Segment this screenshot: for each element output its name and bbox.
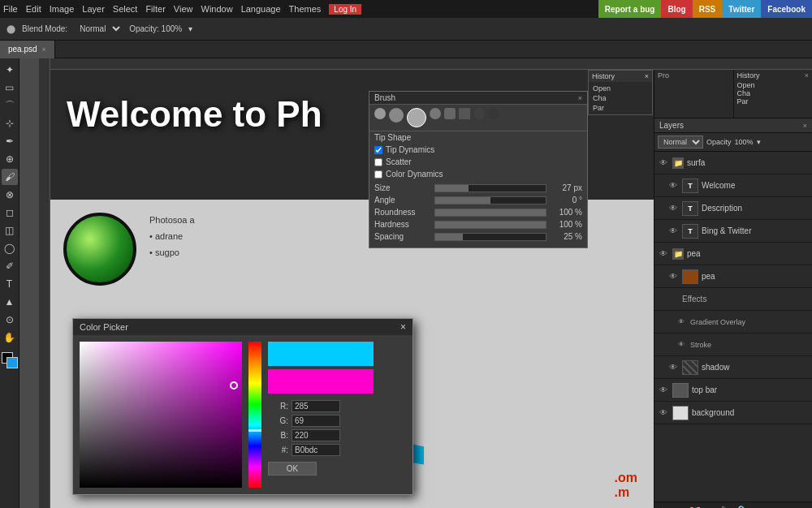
brush-color-dynamics-item[interactable]: Color Dynamics [369,168,587,180]
color-picker-ok-button[interactable]: OK [268,462,317,476]
color-dynamics-checkbox[interactable] [374,170,382,179]
blog-button[interactable]: Blog [661,0,692,18]
brush-tip-7[interactable] [473,108,485,119]
layer-eye-background[interactable]: 👁 [658,407,669,419]
eraser-tool[interactable]: ◻ [2,204,18,221]
brush-tip-5[interactable] [444,108,456,119]
g-input[interactable] [292,415,340,427]
menu-file[interactable]: File [3,4,18,14]
brush-tip-2[interactable] [389,108,404,123]
add-style-button[interactable]: ✦ [658,505,667,509]
crop-tool[interactable]: ⊹ [2,115,18,131]
pen-tool[interactable]: ✐ [2,258,18,274]
color-picker-close[interactable]: × [400,321,406,333]
shape-tool[interactable]: ▲ [2,294,18,310]
menu-edit[interactable]: Edit [26,4,41,14]
login-button[interactable]: Log In [329,4,361,15]
menu-language[interactable]: Language [241,4,281,14]
layer-eye-welcome[interactable]: 👁 [667,180,679,192]
layer-eye-stroke[interactable]: 👁 [676,339,687,351]
brush-tip-shape-item[interactable]: Tip Shape [369,131,587,144]
layer-description[interactable]: 👁 T Description [654,197,812,220]
clone-tool[interactable]: ⊗ [2,187,18,203]
hex-input[interactable] [292,444,340,456]
layer-eye-topbar[interactable]: 👁 [658,385,669,396]
history-close[interactable]: × [645,72,649,80]
color-swatches[interactable] [2,352,18,373]
menu-themes[interactable]: Themes [289,4,322,14]
layer-eye-description[interactable]: 👁 [667,203,679,214]
menu-view[interactable]: View [174,4,193,14]
layer-surfa[interactable]: 👁 📁 surfa [654,152,812,174]
tab-pea-psd[interactable]: pea.psd × [0,41,55,58]
layer-eye-pea[interactable]: 👁 [667,271,679,282]
layer-eye-bing[interactable]: 👁 [667,226,679,237]
b-input[interactable] [292,429,340,441]
history-item-open[interactable]: Open [590,84,650,93]
hardness-slider[interactable] [434,221,546,229]
history-item-par[interactable]: Par [590,103,650,113]
lasso-tool[interactable]: ⌒ [2,97,18,114]
layer-effects[interactable]: Effects [654,288,812,311]
layers-opacity-dropdown[interactable]: ▾ [757,138,761,146]
menu-window[interactable]: Window [201,4,233,14]
marquee-tool[interactable]: ▭ [2,80,18,96]
history-sub-close[interactable]: × [805,71,809,80]
layer-shadow[interactable]: 👁 shadow [654,356,812,379]
history-item-cha[interactable]: Cha [590,93,650,103]
layer-pea[interactable]: 👁 pea [654,265,812,288]
type-tool[interactable]: T [2,276,18,292]
canvas-area[interactable]: Welcome to Ph Photosoa a • adrane • sugp… [19,58,812,508]
brush-tool[interactable]: 🖌 [2,169,18,185]
history-sub-cha[interactable]: Cha [737,89,810,97]
add-layer-button[interactable]: + [706,505,713,509]
brush-tip-1[interactable] [374,108,386,119]
lock-layer-button[interactable]: 🔒 [734,505,748,509]
gradient-tool[interactable]: ◫ [2,222,18,239]
brush-tip-3[interactable] [407,108,426,127]
brush-tip-6[interactable] [459,108,470,119]
menu-layer[interactable]: Layer [82,4,105,14]
menu-image[interactable]: Image [50,4,75,14]
options-opacity-dropdown[interactable]: ▾ [188,24,192,33]
heal-tool[interactable]: ⊕ [2,151,18,167]
tab-close-button[interactable]: × [42,45,46,54]
layer-stroke[interactable]: 👁 Stroke [654,334,812,356]
background-color[interactable] [6,357,18,368]
blend-mode-select[interactable]: Normal Multiply Screen [74,23,123,35]
layer-eye-surfa[interactable]: 👁 [658,157,669,169]
history-sub-par[interactable]: Par [737,97,810,105]
r-input[interactable] [292,400,340,412]
angle-slider[interactable] [434,196,546,204]
layer-pea-folder[interactable]: 👁 📁 pea [654,243,812,265]
layer-top-bar[interactable]: 👁 top bar [654,379,812,402]
dodge-tool[interactable]: ◯ [2,240,18,256]
tip-dynamics-checkbox[interactable] [374,146,382,154]
move-tool[interactable]: ✦ [2,62,18,78]
spacing-slider[interactable] [434,233,546,241]
layer-bing-twitter[interactable]: 👁 T Bing & Twitter [654,220,812,243]
layers-close[interactable]: × [803,122,807,130]
layer-background[interactable]: 👁 background [654,402,812,424]
add-group-button[interactable]: 📁 [688,505,702,509]
scatter-checkbox[interactable] [374,158,382,166]
brush-scatter-item[interactable]: Scatter [369,156,587,168]
layer-eye-shadow[interactable]: 👁 [667,362,679,373]
layer-eye-gradient[interactable]: 👁 [676,316,687,328]
brush-tip-8[interactable] [488,108,499,119]
layer-gradient-overlay[interactable]: 👁 Gradient Overlay [654,311,812,334]
color-gradient-picker[interactable] [80,342,242,488]
zoom-tool[interactable]: ⊙ [2,312,18,328]
size-slider[interactable] [434,184,546,192]
history-sub-open[interactable]: Open [737,81,810,89]
eyedropper-tool[interactable]: ✒ [2,133,18,149]
rss-button[interactable]: RSS [693,0,723,18]
layer-eye-pea-folder[interactable]: 👁 [658,248,669,260]
menu-filter[interactable]: Filter [145,4,165,14]
report-bug-button[interactable]: Report a bug [598,0,662,18]
twitter-button[interactable]: Twitter [722,0,761,18]
add-mask-button[interactable]: ◫ [672,505,683,509]
facebook-button[interactable]: Facebook [761,0,812,18]
menu-select[interactable]: Select [113,4,138,14]
brush-panel-close[interactable]: × [578,94,582,102]
